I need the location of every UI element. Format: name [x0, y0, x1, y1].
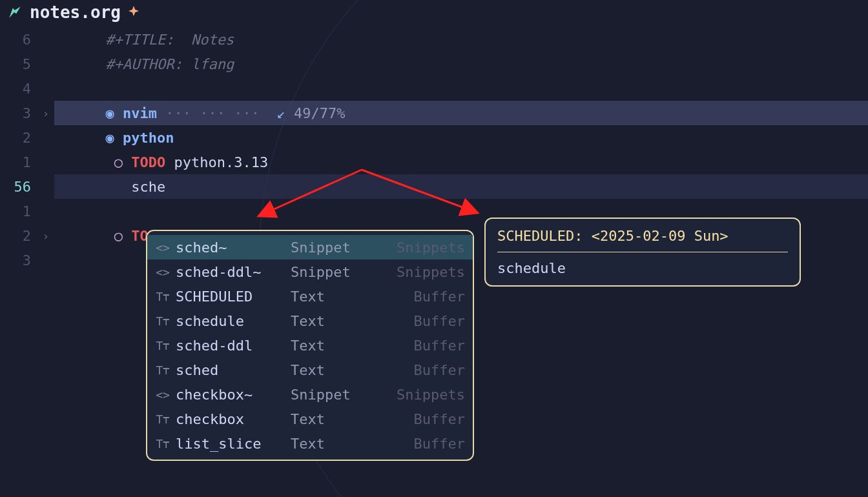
completion-kind: Snippet — [291, 387, 362, 403]
editor-line[interactable]: 5 #+AUTHOR: lfang — [0, 52, 868, 76]
completion-source: Buffer — [367, 411, 465, 427]
text-icon: Tᴛ — [155, 314, 170, 328]
unicorn-icon — [6, 4, 23, 21]
line-number: 1 — [0, 203, 37, 219]
fold-indicator[interactable]: › — [37, 107, 54, 120]
doc-expansion: SCHEDULED: <2025-02-09 Sun> — [497, 228, 788, 244]
snippet-icon: <> — [155, 241, 170, 254]
completion-label: checkbox — [176, 411, 285, 427]
completion-source: Snippets — [367, 239, 465, 256]
line-number-current: 56 — [0, 179, 37, 195]
completion-item[interactable]: <> sched~ Snippet Snippets — [147, 235, 473, 259]
line-number: 4 — [0, 81, 37, 97]
line-number: 2 — [0, 130, 37, 146]
doc-divider — [497, 252, 788, 252]
text-icon: Tᴛ — [155, 290, 170, 303]
completion-item[interactable]: <> checkbox~ Snippet Snippets — [147, 382, 473, 407]
completion-label: SCHEDULED — [176, 289, 285, 305]
completion-item[interactable]: Tᴛ SCHEDULED Text Buffer — [147, 284, 473, 309]
completion-item[interactable]: Tᴛ schedule Text Buffer — [147, 309, 473, 333]
completion-kind: Snippet — [291, 239, 362, 256]
doc-description: schedule — [497, 260, 788, 276]
completion-label: sched-ddl — [176, 338, 285, 354]
completion-item[interactable]: Tᴛ list_slice Text Buffer — [147, 431, 473, 456]
completion-source: Buffer — [367, 289, 465, 305]
completion-kind: Text — [291, 436, 362, 452]
completion-source: Buffer — [367, 313, 465, 329]
line-number: 6 — [0, 32, 37, 48]
completion-label: sched — [176, 362, 285, 378]
completion-label: schedule — [176, 313, 285, 329]
fold-indicator[interactable]: › — [37, 229, 54, 243]
text-icon: Tᴛ — [155, 339, 170, 352]
snippet-icon: <> — [155, 388, 170, 401]
completion-kind: Text — [291, 338, 362, 354]
completion-doc-popup: SCHEDULED: <2025-02-09 Sun> schedule — [484, 218, 801, 287]
completion-label: sched-ddl~ — [176, 264, 285, 280]
line-number: 5 — [0, 56, 37, 72]
line-number: 2 — [0, 228, 37, 244]
completion-source: Buffer — [367, 362, 465, 378]
text-icon: Tᴛ — [155, 437, 170, 451]
snippet-icon: <> — [155, 265, 170, 279]
typed-text: sche — [131, 179, 165, 195]
completion-kind: Text — [291, 411, 362, 427]
completion-item[interactable]: Tᴛ checkbox Text Buffer — [147, 407, 473, 431]
editor-line-current[interactable]: 56 sche — [0, 174, 868, 199]
completion-item[interactable]: Tᴛ sched-ddl Text Buffer — [147, 333, 473, 358]
line-number: 1 — [0, 154, 37, 170]
completion-label: checkbox~ — [176, 387, 285, 403]
completion-source: Buffer — [367, 338, 465, 354]
org-keyword: #+AUTHOR: — [105, 56, 191, 72]
completion-kind: Snippet — [291, 264, 362, 280]
line-number: 3 — [0, 252, 37, 269]
completion-source: Snippets — [367, 264, 465, 280]
completion-label: sched~ — [176, 239, 285, 256]
line-number: 3 — [0, 105, 37, 121]
completion-item[interactable]: Tᴛ sched Text Buffer — [147, 358, 473, 382]
completion-kind: Text — [291, 289, 362, 305]
completion-source: Snippets — [367, 387, 465, 403]
completion-kind: Text — [291, 362, 362, 378]
text-icon: Tᴛ — [155, 412, 170, 426]
org-author-value: lfang — [191, 56, 234, 72]
completion-popup[interactable]: <> sched~ Snippet Snippets <> sched-ddl~… — [146, 230, 474, 461]
completion-kind: Text — [291, 313, 362, 329]
heading-bullet: ○ — [114, 228, 123, 244]
completion-label: list_slice — [176, 436, 285, 452]
completion-source: Buffer — [367, 436, 465, 452]
completion-item[interactable]: <> sched-ddl~ Snippet Snippets — [147, 259, 473, 284]
text-icon: Tᴛ — [155, 363, 170, 377]
